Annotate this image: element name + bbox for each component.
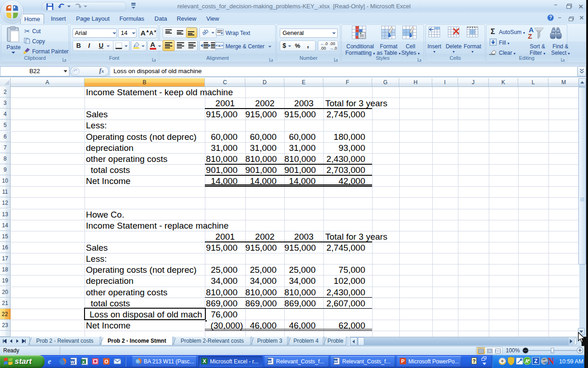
svg-text:O: O [104,359,108,364]
svg-text:W: W [334,359,338,363]
svg-text:W: W [268,359,271,363]
svg-text:Z: Z [534,358,537,364]
svg-text:?: ? [549,15,552,20]
svg-text:X: X [82,360,85,364]
svg-text:P: P [401,358,404,364]
svg-text:A: A [525,359,528,364]
svg-text:a: a [219,44,220,47]
svg-text:W: W [70,360,74,364]
svg-text:X: X [203,358,206,364]
